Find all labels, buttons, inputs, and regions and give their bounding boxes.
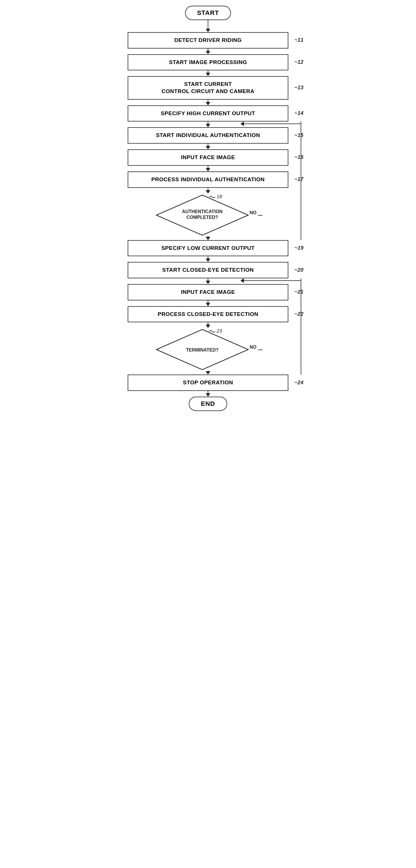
node-22: PROCESS CLOSED-EYE DETECTION ~22 <box>128 306 288 322</box>
node-15: START INDIVIDUAL AUTHENTICATION ~15 <box>128 127 288 144</box>
arrow-down-3 <box>206 73 210 76</box>
loop-arrow-auth <box>240 122 244 126</box>
arrow-down-1 <box>206 29 210 32</box>
step-label-24: ~24 <box>294 379 304 386</box>
svg-text:COMPLETED?: COMPLETED? <box>186 215 218 220</box>
step-label-17: ~17 <box>294 176 304 183</box>
step-label-20: ~20 <box>294 267 304 273</box>
node-12: START IMAGE PROCESSING ~12 <box>128 54 288 71</box>
node-11: DETECT DRIVER RIDING ~11 <box>128 32 288 49</box>
node-18-diamond-svg: 18 AUTHENTICATION COMPLETED? NO YES <box>153 194 263 237</box>
loop-arrow-closed-eye <box>240 278 244 283</box>
node-21: INPUT FACE IMAGE ~21 <box>128 284 288 301</box>
step-label-13: ~13 <box>294 85 304 91</box>
node-13-text: START CURRENTCONTROL CIRCUIT AND CAMERA <box>162 81 254 94</box>
node-23-diamond-svg: 23 TERMINATED? NO YES <box>153 328 263 371</box>
step-label-21: ~21 <box>294 289 304 296</box>
node-19: SPECIFY LOW CURRENT OUTPUT ~19 <box>128 240 288 256</box>
auth-loop-wrapper: START INDIVIDUAL AUTHENTICATION ~15 INPU… <box>110 122 306 240</box>
step-label-11: ~11 <box>294 37 304 44</box>
arrow-down-8 <box>206 190 210 194</box>
arrow-down-2 <box>206 51 210 54</box>
step-label-19: ~19 <box>294 245 304 251</box>
step-label-15: ~15 <box>294 132 304 139</box>
node-18-diamond-container: 18 AUTHENTICATION COMPLETED? NO YES <box>153 194 263 237</box>
node-13: START CURRENTCONTROL CIRCUIT AND CAMERA … <box>128 76 288 99</box>
node-23-diamond-container: 23 TERMINATED? NO YES <box>153 328 263 371</box>
node-17: PROCESS INDIVIDUAL AUTHENTICATION ~17 <box>128 172 288 188</box>
flowchart-diagram: START DETECT DRIVER RIDING ~11 START IMA… <box>99 6 317 411</box>
arrow-down-10 <box>206 258 210 262</box>
node-14: SPECIFY HIGH CURRENT OUTPUT ~14 <box>128 105 288 122</box>
arrow-down-7 <box>206 168 210 172</box>
start-terminal: START <box>185 6 231 20</box>
svg-text:AUTHENTICATION: AUTHENTICATION <box>182 209 222 214</box>
svg-text:18: 18 <box>217 194 222 199</box>
node-20: START CLOSED-EYE DETECTION ~20 <box>128 262 288 278</box>
closed-eye-loop-wrapper: INPUT FACE IMAGE ~21 PROCESS CLOSED-EYE … <box>110 278 306 375</box>
arrow-down-5 <box>206 124 210 127</box>
step-label-22: ~22 <box>294 311 304 317</box>
arrow-down-15 <box>206 393 210 397</box>
node-24: STOP OPERATION ~24 <box>128 375 288 391</box>
arrow-down-9 <box>206 237 210 240</box>
end-terminal: END <box>189 397 227 411</box>
arrow-down-13 <box>206 324 210 328</box>
svg-text:NO: NO <box>250 210 256 215</box>
arrow-down-4 <box>206 102 210 105</box>
arrow-down-11 <box>206 281 210 284</box>
svg-text:TERMINATED?: TERMINATED? <box>186 347 218 352</box>
step-label-16: ~16 <box>294 154 304 161</box>
arrow-down-6 <box>206 146 210 149</box>
svg-text:NO: NO <box>250 345 256 349</box>
step-label-12: ~12 <box>294 59 304 65</box>
step-label-14: ~14 <box>294 110 304 117</box>
arrow-down-14 <box>206 371 210 375</box>
arrow-down-12 <box>206 303 210 306</box>
svg-text:23: 23 <box>216 328 222 334</box>
node-16: INPUT FACE IMAGE ~16 <box>128 149 288 166</box>
